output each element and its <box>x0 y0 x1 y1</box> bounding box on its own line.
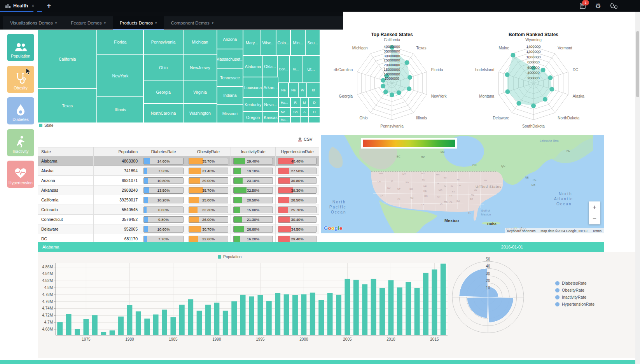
svg-text:4.74M: 4.74M <box>42 306 53 310</box>
sidebar-button-diabetes[interactable]: Diabetes <box>7 97 34 124</box>
zoom-in-button[interactable]: + <box>589 201 600 213</box>
treemap-cell-Virginia[interactable]: Virginia <box>183 81 217 103</box>
treemap-cell-Ut[interactable]: Ut... <box>302 56 320 83</box>
history-shield-icon[interactable] <box>610 2 617 10</box>
treemap-cell[interactable] <box>290 116 300 123</box>
treemap-cell[interactable] <box>300 116 309 123</box>
treemap-cell-D[interactable]: D <box>309 98 320 107</box>
table-row-arizona[interactable]: Arizona693107110.80%29.00%23.10%30.80% <box>38 176 319 186</box>
treemap-cell-W[interactable]: W <box>298 83 307 98</box>
treemap-cell-Min[interactable]: Min... <box>290 30 305 56</box>
treemap-cell-Okla[interactable]: Okla... <box>263 56 277 77</box>
table-row-delaware[interactable]: Delaware95206510.60%30.70%26.60%34.50% <box>38 224 319 234</box>
treemap-cell-A[interactable]: A <box>300 107 309 116</box>
treemap-cell-Wisc[interactable]: Wisc... <box>261 30 276 56</box>
svg-text:WY: WY <box>406 181 409 184</box>
treemap-cell-Louisiana[interactable]: Louisiana <box>243 77 263 98</box>
treemap-cell-Washington[interactable]: Washington <box>183 103 217 123</box>
table-row-arkansas[interactable]: Arkansas298824813.50%35.70%32.50%39.30% <box>38 186 319 195</box>
map-attribution-1[interactable]: Map data ©2024 Google, INEGI <box>538 229 590 233</box>
treemap-cell-Arkan[interactable]: Arkan... <box>263 77 278 98</box>
treemap-cell-Indiana[interactable]: Indiana <box>217 86 243 104</box>
treemap-cell-Tennessee[interactable]: Tennessee <box>217 69 243 87</box>
treemap-cell-Michigan[interactable]: Michigan <box>183 30 217 55</box>
treemap-cell-Pennsylvania[interactable]: Pennsylvania <box>143 30 183 55</box>
treemap-cell-D[interactable]: D <box>309 107 320 116</box>
tab-close-icon[interactable]: × <box>31 3 34 9</box>
gear-icon[interactable]: ⚙ <box>594 2 602 10</box>
table-row-california[interactable]: California3925001710.20%25.00%20.50%28.5… <box>38 195 319 205</box>
menu-item-products-demos[interactable]: Products Demos▾ <box>113 16 164 30</box>
legend-item-inactivityrate[interactable]: InactivityRate <box>555 295 595 299</box>
map-attribution-0[interactable]: Keyboard shortcuts <box>505 229 538 233</box>
treemap-cell-Ma[interactable]: Ma... <box>278 116 291 123</box>
treemap-cell-Ne[interactable]: Ne... <box>278 107 291 116</box>
sidebar-button-population[interactable]: Population <box>7 34 34 61</box>
treemap-cell-Neva[interactable]: Neva... <box>263 98 278 112</box>
sidebar-button-inactivity[interactable]: Inactivity <box>7 129 34 156</box>
legend-swatch <box>39 124 42 127</box>
zoom-out-button[interactable]: − <box>589 213 600 224</box>
treemap-cell-NorthCarolina[interactable]: NorthCarolina <box>143 103 183 123</box>
page-scrollbar-thumb[interactable] <box>636 31 639 97</box>
treemap-cell-M[interactable]: M <box>300 98 309 107</box>
treemap-cell-Colo[interactable]: Colo... <box>276 30 291 56</box>
treemap-cell-Florida[interactable]: Florida <box>97 30 143 55</box>
treemap-cell-Texas[interactable]: Texas <box>38 88 97 123</box>
legend-item-diabetesrate[interactable]: DiabetesRate <box>555 281 595 285</box>
table-row-colorado[interactable]: Colorado55405456.60%22.30%15.80%25.70% <box>38 205 319 215</box>
geo-map[interactable]: Labrador SeaNorthPacificOceanNorthAtlant… <box>321 135 604 233</box>
google-logo[interactable]: Google <box>324 225 343 231</box>
table-row-alabama[interactable]: Alabama486330014.60%35.70%29.40%40.40% <box>38 156 319 166</box>
treemap-cell-Massachuset[interactable]: Massachuset... <box>217 49 243 68</box>
menu-item-feature-demos[interactable]: Feature Demos▾ <box>64 16 113 30</box>
treemap-cell-Ne[interactable]: Ne <box>278 83 289 98</box>
export-csv-button[interactable]: CSV <box>298 137 313 142</box>
treemap-cell-Io[interactable]: Io... <box>290 56 302 83</box>
treemap-cell-Alabama[interactable]: Alabama <box>243 56 263 77</box>
legend-item-hypertensionrate[interactable]: HypertensionRate <box>555 302 595 306</box>
treemap-cell-Kentucky[interactable]: Kentucky <box>243 98 263 112</box>
treemap-cell-R[interactable]: R <box>290 98 300 107</box>
treemap-cell-Illinois[interactable]: Illinois <box>97 97 143 123</box>
column-header-diabetesrate[interactable]: DiabetesRate <box>141 147 186 156</box>
notes-icon[interactable]: 1 <box>579 2 586 10</box>
treemap-cell-NewYork[interactable]: NewYork <box>97 55 143 97</box>
treemap-cell-label: Florida <box>114 40 126 44</box>
treemap-cell-Sou[interactable]: Sou... <box>305 30 320 56</box>
treemap-cell-Oregon[interactable]: Oregon <box>243 112 263 123</box>
treemap-cell-Con[interactable]: Con... <box>277 56 290 83</box>
treemap-cell-Arizona[interactable]: Arizona <box>217 30 243 49</box>
legend-item-obesityrate[interactable]: ObesityRate <box>555 288 595 292</box>
menu-item-component-demos[interactable]: Component Demos▾ <box>164 16 221 30</box>
new-tab-button[interactable]: + <box>47 2 51 10</box>
treemap-cell-Ohio[interactable]: Ohio <box>143 55 183 81</box>
treemap-cell-label: Neva... <box>264 102 277 107</box>
treemap-cell-Ha[interactable]: Ha... <box>278 98 291 107</box>
menu-item-visualizations-demos[interactable]: Visualizations Demos▾ <box>3 16 64 30</box>
table-row-connecticut[interactable]: Connecticut35764529.80%26.00%21.30%30.40… <box>38 215 319 224</box>
column-header-population[interactable]: Population <box>94 147 141 156</box>
bar-2000 <box>301 294 306 335</box>
sidebar-button-hypertension[interactable]: Hypertension <box>7 161 34 188</box>
treemap-cell-California[interactable]: California <box>38 30 97 88</box>
treemap-cell-So[interactable]: So <box>290 107 300 116</box>
treemap-cell-Missouri[interactable]: Missouri <box>217 104 243 123</box>
treemap-cell-Ne[interactable]: Ne <box>289 83 298 98</box>
column-header-state[interactable]: State <box>38 147 94 156</box>
column-header-hypertensionrate[interactable]: HypertensionRate <box>276 147 319 156</box>
treemap-cell-Mary[interactable]: Mary... <box>243 30 261 56</box>
treemap-cell-Kansas[interactable]: Kansas <box>263 112 278 123</box>
legend-dot <box>555 302 560 306</box>
treemap-cell-Id[interactable]: Id <box>307 83 320 98</box>
column-header-obesityrate[interactable]: ObesityRate <box>186 147 231 156</box>
map-attribution-2[interactable]: Terms <box>590 229 604 233</box>
tab-health[interactable]: Health × <box>0 0 38 12</box>
treemap-cell-NewJersey[interactable]: NewJersey <box>183 55 217 81</box>
column-header-inactivityrate[interactable]: InactivityRate <box>231 147 276 156</box>
bar-1994 <box>249 296 254 335</box>
bar-2004 <box>336 295 341 335</box>
table-row-alaska[interactable]: Alaska7418947.50%31.40%19.10%27.50% <box>38 166 319 176</box>
treemap-cell-Georgia[interactable]: Georgia <box>143 81 183 103</box>
treemap-cell[interactable] <box>309 116 320 123</box>
